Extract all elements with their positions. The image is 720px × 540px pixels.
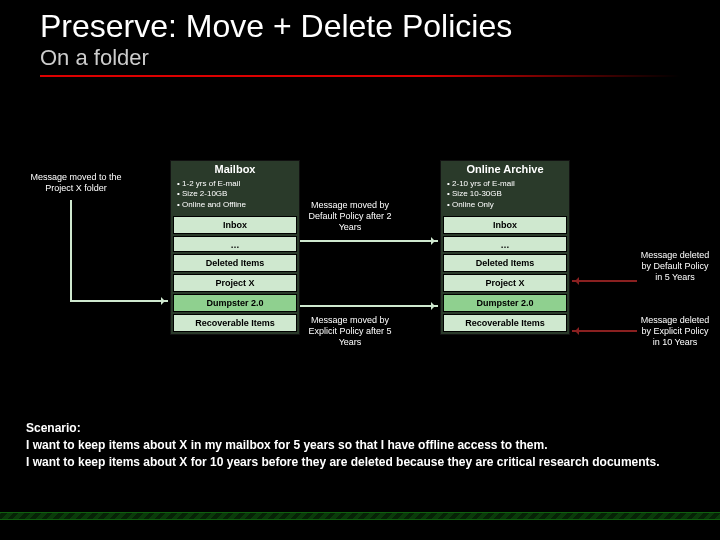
diagram-area: Mailbox 1-2 yrs of E-mail Size 2-10GB On… (0, 160, 720, 380)
archive-bullet-2: Size 10-30GB (447, 189, 563, 199)
archive-bullets: 2-10 yrs of E-mail Size 10-30GB Online O… (441, 177, 569, 214)
arrow-into-mailbox (70, 300, 168, 302)
archive-bullet-3: Online Only (447, 200, 563, 210)
mailbox-row-deleted: Deleted Items (173, 254, 297, 272)
mailbox-row-recoverable: Recoverable Items (173, 314, 297, 332)
archive-bullet-1: 2-10 yrs of E-mail (447, 179, 563, 189)
mailbox-row-projectx: Project X (173, 274, 297, 292)
arrow-inbox-to-archive (300, 240, 438, 242)
scenario-line-2: I want to keep items about X for 10 year… (26, 454, 686, 471)
arrow-delete-explicit (572, 330, 637, 332)
archive-row-projectx: Project X (443, 274, 567, 292)
mailbox-row-dumpster: Dumpster 2.0 (173, 294, 297, 312)
archive-row-inbox: Inbox (443, 216, 567, 234)
mailbox-bullet-3: Online and Offline (177, 200, 293, 210)
scenario-line-1: I want to keep items about X in my mailb… (26, 437, 686, 454)
connector-line (70, 200, 72, 300)
mailbox-bullet-1: 1-2 yrs of E-mail (177, 179, 293, 189)
archive-title: Online Archive (441, 161, 569, 177)
mailbox-row-inbox: Inbox (173, 216, 297, 234)
slide-title: Preserve: Move + Delete Policies (40, 8, 720, 45)
archive-row-recoverable: Recoverable Items (443, 314, 567, 332)
arrow-projectx-to-archive (300, 305, 438, 307)
archive-row-dumpster: Dumpster 2.0 (443, 294, 567, 312)
slide-subtitle: On a folder (40, 45, 720, 71)
footer-stripe (0, 512, 720, 520)
arrow-delete-default (572, 280, 637, 282)
scenario-text: Scenario: I want to keep items about X i… (26, 420, 686, 470)
scenario-heading: Scenario: (26, 420, 686, 437)
mailbox-bullet-2: Size 2-10GB (177, 189, 293, 199)
mailbox-title: Mailbox (171, 161, 299, 177)
mailbox-row-ellipsis: … (173, 236, 297, 252)
archive-panel: Online Archive 2-10 yrs of E-mail Size 1… (440, 160, 570, 335)
archive-row-deleted: Deleted Items (443, 254, 567, 272)
mailbox-bullets: 1-2 yrs of E-mail Size 2-10GB Online and… (171, 177, 299, 214)
title-underline (40, 75, 680, 77)
archive-row-ellipsis: … (443, 236, 567, 252)
mailbox-panel: Mailbox 1-2 yrs of E-mail Size 2-10GB On… (170, 160, 300, 335)
